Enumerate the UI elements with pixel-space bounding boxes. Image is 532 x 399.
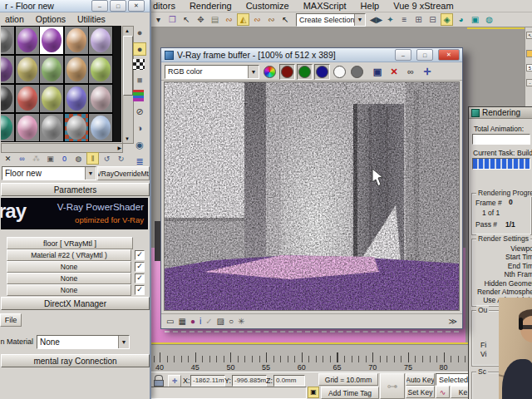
menu-item-rendering[interactable]: Rendering	[190, 1, 232, 11]
me-close-button[interactable]: ✕	[128, 0, 145, 12]
material-swatch-r2c1[interactable]	[15, 84, 40, 113]
region-render-icon[interactable]: ▭	[166, 317, 174, 326]
parameters-rollout[interactable]: Parameters	[1, 183, 150, 196]
delete-material-icon[interactable]: ✕	[2, 152, 14, 165]
color-sphere-icon[interactable]: ●	[190, 317, 195, 326]
override-slot-checkbox-2[interactable]: ✓	[135, 273, 145, 283]
base-material-button[interactable]: floor [ VRayMtl ]	[7, 237, 133, 249]
x-coordinate-field[interactable]: -1862.11m	[190, 375, 225, 387]
material-swatch-r0c4[interactable]	[88, 26, 113, 55]
me-menu-options[interactable]: Options	[36, 14, 66, 24]
key-filters-icon[interactable]: ∿	[436, 386, 450, 398]
schematic-view-icon[interactable]: ◈	[441, 13, 453, 26]
background-checker-icon[interactable]	[133, 59, 145, 70]
lock-selection-icon[interactable]	[154, 375, 164, 385]
override-slot-button-3[interactable]: None	[7, 284, 131, 296]
menu-item-ditors[interactable]: ditors	[153, 1, 175, 11]
blue-channel-button[interactable]	[314, 64, 330, 80]
material-swatch-r2c4[interactable]	[88, 84, 113, 113]
y-coordinate-field[interactable]: -996.885m	[232, 375, 267, 387]
material-swatch-r1c0[interactable]	[1, 55, 15, 84]
scroll-right-icon[interactable]: ▶	[117, 145, 121, 150]
graphite-ribbon-b-icon[interactable]: ⊟	[426, 13, 439, 26]
pixel-info-icon[interactable]: i	[200, 317, 201, 326]
vfb-collapse-chevron-icon[interactable]: ≫	[449, 317, 457, 326]
sample-uv-tiling-icon[interactable]: ■	[133, 73, 146, 86]
select-by-name-icon[interactable]: ✥	[195, 13, 207, 26]
menu-item-vue-9-xstream[interactable]: Vue 9 xStream	[393, 1, 453, 11]
bind-to-spacewarp-icon[interactable]: ∾	[251, 13, 264, 26]
directx-manager-rollout[interactable]: DirectX Manager	[1, 297, 150, 310]
panel-orange-icon[interactable]	[526, 50, 532, 57]
override-slot-checkbox-1[interactable]: ✓	[135, 262, 145, 272]
alpha-channel-button[interactable]	[332, 64, 347, 80]
material-swatch-r3c0[interactable]	[1, 113, 15, 142]
go-forward-to-sibling-icon[interactable]: ↻	[115, 152, 127, 165]
go-to-parent-icon[interactable]: ↺	[101, 152, 113, 165]
material-swatch-r3c4[interactable]	[88, 113, 113, 142]
unlink-selection-icon[interactable]: ◭	[237, 13, 249, 26]
fx-file-button[interactable]: File	[0, 313, 22, 327]
me-minimize-button[interactable]: –	[91, 0, 108, 12]
material-swatch-r2c3[interactable]	[64, 84, 89, 113]
show-map-in-viewport-icon[interactable]: ◍	[72, 152, 85, 165]
layer-manager-icon[interactable]: ≡	[398, 13, 411, 26]
material-swatch-r3c2[interactable]	[39, 113, 64, 142]
menu-item-customize[interactable]: Customize	[246, 1, 289, 11]
me-menu-utilities[interactable]: Utilities	[77, 14, 106, 24]
vfb-channel-dropdown[interactable]: RGB color ▼	[165, 65, 259, 79]
vfb-close-button[interactable]: ✕	[438, 49, 460, 61]
chevron-down-icon[interactable]: ▼	[354, 14, 365, 26]
select-object-icon[interactable]: ↖	[180, 13, 193, 26]
panel-spinner-value[interactable]: 5	[526, 64, 532, 71]
swatch-vertical-scrollbar[interactable]: ▲ ▼	[122, 26, 134, 144]
vfb-maximize-button[interactable]: □	[416, 49, 433, 61]
menu-item-maxscript[interactable]: MAXScript	[303, 1, 347, 11]
override-slot-checkbox-0[interactable]: ✓	[135, 250, 145, 260]
absolute-mode-icon[interactable]: ✛	[168, 375, 181, 387]
me-maximize-button[interactable]: □	[110, 0, 126, 12]
make-unique-icon[interactable]: ⁂	[30, 152, 42, 165]
menu-item-help[interactable]: Help	[361, 1, 380, 11]
bind-extra-icon[interactable]: ∾	[265, 13, 278, 26]
material-type-button[interactable]: VRayOverrideMtl	[97, 166, 150, 180]
backlight-icon[interactable]: ●	[133, 42, 146, 56]
mono-channel-button[interactable]	[349, 64, 365, 80]
exposure-circle-icon[interactable]: ○	[229, 317, 234, 326]
z-coordinate-field[interactable]: 0.0mm	[273, 375, 305, 387]
material-swatch-r2c0[interactable]	[1, 84, 15, 113]
graphite-ribbon-a-icon[interactable]: ⊞	[412, 13, 425, 26]
track-mouse-icon[interactable]: ✛	[421, 65, 434, 78]
material-swatch-r1c2[interactable]	[39, 55, 64, 84]
scrollbar-thumb[interactable]	[123, 36, 133, 96]
material-swatch-r0c2[interactable]	[39, 26, 64, 55]
material-swatch-r3c1[interactable]	[15, 113, 40, 142]
chevron-down-icon[interactable]: ▼	[248, 66, 259, 78]
override-slot-checkbox-3[interactable]: ✓	[135, 285, 145, 295]
image-grid-icon[interactable]: ▦	[178, 317, 185, 326]
material-swatch-r0c0[interactable]	[1, 26, 15, 55]
id-mask-icon[interactable]: ✳	[238, 317, 244, 326]
override-slot-button-2[interactable]: None	[7, 273, 131, 284]
material-swatch-r3c3[interactable]	[64, 113, 89, 142]
override-slot-button-1[interactable]: None	[7, 261, 131, 273]
panel-minus-button[interactable]: -	[526, 79, 532, 86]
material-editor-titlebar[interactable]: r - Floor new – □ ✕	[0, 0, 150, 12]
plugin-material-dropdown[interactable]: None ▼	[37, 335, 130, 349]
selection-region-icon[interactable]: ▤	[209, 13, 221, 26]
vfb-titlebar[interactable]: V-Ray frame buffer - [100% of 512 x 389]…	[161, 48, 462, 62]
select-by-material-icon[interactable]: ◉	[133, 138, 146, 151]
key-lock-icon[interactable]: ⊶	[380, 373, 405, 399]
material-swatch-r1c4[interactable]	[88, 55, 113, 84]
clear-image-icon[interactable]: ✕	[387, 65, 401, 78]
link-material-icon[interactable]: ∞	[16, 152, 28, 165]
show-end-result-icon[interactable]: ‖	[86, 152, 99, 165]
select-cursor-icon[interactable]: ↖	[279, 13, 292, 26]
pick-material-from-object-icon[interactable]: ▣	[44, 152, 57, 165]
material-swatch-r0c1[interactable]	[15, 26, 40, 55]
render-production-icon[interactable]: ◍	[483, 13, 495, 26]
material-id-channel-icon[interactable]: 0	[58, 152, 71, 165]
me-menu-ation[interactable]: ation	[5, 14, 24, 24]
material-swatch-r2c2[interactable]	[39, 84, 64, 113]
chevron-down-icon[interactable]: ▼	[85, 167, 96, 180]
